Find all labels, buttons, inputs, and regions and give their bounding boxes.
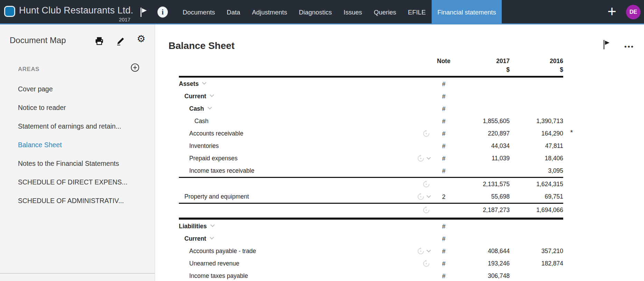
nav-tab-diagnostics[interactable]: Diagnostics — [293, 0, 338, 24]
note-reference[interactable]: # — [433, 118, 454, 125]
row-label: Cash — [194, 118, 209, 125]
section-collapse-chevron-icon[interactable] — [208, 105, 212, 109]
value-2016[interactable]: 357,210 — [511, 248, 563, 255]
table-row-unearned-revenue[interactable]: Unearned revenue#193,246182,874 — [179, 257, 563, 270]
table-row-current[interactable]: Current# — [179, 90, 563, 102]
value-2017[interactable]: 1,855,605 — [458, 118, 510, 125]
table-row-income-taxes-receivable[interactable]: Income taxes receivable#3,095 — [179, 164, 563, 177]
section-collapse-chevron-icon[interactable] — [210, 222, 215, 227]
value-2016[interactable]: 164,290 — [511, 130, 563, 137]
row-options-chevron-icon[interactable] — [426, 155, 431, 160]
sidebar-item-balance-sheet[interactable]: Balance Sheet — [18, 136, 148, 154]
table-row-current[interactable]: Current# — [179, 232, 563, 245]
note-reference[interactable]: # — [433, 130, 454, 138]
value-2017[interactable]: 55,698 — [458, 193, 510, 200]
table-row-property-and-equipment[interactable]: Property and equipment255,69869,751 — [179, 190, 563, 203]
add-area-icon[interactable] — [131, 63, 140, 72]
nav-tab-efile[interactable]: EFILE — [402, 0, 431, 24]
value-2016[interactable]: 1,624,315 — [511, 181, 563, 188]
refresh-history-icon[interactable] — [422, 260, 430, 268]
settings-gear-icon[interactable]: ⚙ — [137, 34, 146, 43]
table-row-prepaid-expenses[interactable]: Prepaid expenses#11,03918,406 — [179, 152, 563, 164]
refresh-history-icon[interactable] — [417, 193, 425, 201]
nav-tab-data[interactable]: Data — [221, 0, 246, 24]
sidebar-item-schedule-of-direct-expens[interactable]: SCHEDULE OF DIRECT EXPENS... — [18, 173, 148, 191]
info-icon[interactable]: i — [157, 7, 168, 18]
value-2016[interactable]: 1,390,713 — [511, 118, 563, 125]
note-reference[interactable]: # — [433, 143, 454, 150]
value-2016[interactable]: 182,874 — [511, 260, 563, 267]
sidebar-item-notes-to-the-financial-statements[interactable]: Notes to the Financial Statements — [18, 154, 148, 173]
refresh-history-icon[interactable] — [422, 180, 430, 188]
section-collapse-chevron-icon[interactable] — [210, 235, 214, 239]
value-2017[interactable]: 44,034 — [458, 142, 510, 150]
value-2017[interactable]: 408,644 — [458, 248, 510, 255]
table-row-accounts-payable-trade[interactable]: Accounts payable - trade#408,644357,210 — [179, 245, 563, 257]
value-2016[interactable]: 18,406 — [511, 155, 563, 162]
nav-tab-issues[interactable]: Issues — [338, 0, 368, 24]
note-reference[interactable]: # — [433, 223, 454, 230]
section-collapse-chevron-icon[interactable] — [210, 92, 214, 97]
app-logo[interactable] — [4, 6, 15, 17]
edit-pencil-icon[interactable] — [116, 36, 125, 45]
value-2017[interactable]: 2,187,273 — [458, 207, 510, 214]
currency-symbol-2017: $ — [458, 66, 510, 73]
sidebar-item-notice-to-reader[interactable]: Notice to reader — [18, 98, 148, 117]
refresh-history-icon[interactable] — [422, 206, 430, 214]
more-options-button[interactable]: ••• — [624, 43, 634, 50]
note-reference[interactable]: # — [433, 93, 454, 100]
nav-tab-documents[interactable]: Documents — [177, 0, 221, 24]
add-document-button[interactable]: + — [607, 3, 616, 20]
print-icon[interactable] — [95, 36, 104, 45]
value-2016[interactable]: 69,751 — [511, 193, 563, 200]
company-name[interactable]: Hunt Club Restaurants Ltd. — [19, 5, 133, 16]
row-options-chevron-icon[interactable] — [426, 193, 431, 198]
top-nav: DocumentsDataAdjustmentsDiagnosticsIssue… — [177, 0, 502, 24]
row-options-chevron-icon[interactable] — [426, 248, 431, 252]
table-row-total[interactable]: 2,187,2731,694,066 — [179, 204, 563, 216]
sidebar-item-statement-of-earnings-and-retain[interactable]: Statement of earnings and retain... — [18, 117, 148, 136]
note-reference[interactable]: # — [433, 81, 454, 88]
note-reference[interactable]: 2 — [433, 193, 454, 201]
refresh-history-icon[interactable] — [422, 130, 430, 138]
table-row-assets[interactable]: Assets# — [179, 78, 563, 90]
value-2016[interactable]: 3,095 — [511, 167, 563, 174]
annotation-asterisk[interactable]: * — [570, 129, 573, 137]
sidebar-item-cover-page[interactable]: Cover page — [18, 80, 148, 98]
section-collapse-chevron-icon[interactable] — [202, 80, 207, 84]
nav-tab-financial-statements[interactable]: Financial statements — [432, 0, 502, 24]
value-2017[interactable]: 193,246 — [458, 260, 510, 267]
note-reference[interactable]: # — [433, 235, 454, 243]
table-row-total[interactable]: 2,131,5751,624,315 — [179, 178, 563, 190]
table-row-accounts-receivable[interactable]: Accounts receivable#220,897164,290* — [179, 127, 563, 140]
flag-icon[interactable] — [140, 7, 148, 19]
value-2016[interactable]: 1,694,066 — [511, 207, 563, 214]
value-2017[interactable]: 11,039 — [458, 155, 510, 162]
note-reference[interactable]: # — [433, 260, 454, 268]
nav-tab-queries[interactable]: Queries — [368, 0, 402, 24]
note-reference[interactable]: # — [433, 155, 454, 162]
note-reference[interactable]: # — [433, 168, 454, 175]
note-reference[interactable]: # — [433, 106, 454, 113]
row-label: Assets — [179, 80, 206, 88]
row-icons — [408, 257, 430, 270]
document-flag-icon[interactable] — [603, 40, 612, 51]
table-row-inventories[interactable]: Inventories#44,03447,811 — [179, 140, 563, 152]
value-2017[interactable]: 220,897 — [458, 130, 510, 137]
note-reference[interactable]: # — [433, 248, 454, 255]
value-2016[interactable]: 47,811 — [511, 142, 563, 150]
value-2017[interactable]: 306,748 — [458, 272, 510, 280]
sidebar-item-schedule-of-administrativ[interactable]: SCHEDULE OF ADMINISTRATIV... — [18, 191, 148, 210]
value-2017[interactable]: 2,131,575 — [458, 181, 510, 188]
table-row-cash[interactable]: Cash#1,855,6051,390,713 — [179, 115, 563, 127]
nav-tab-adjustments[interactable]: Adjustments — [246, 0, 293, 24]
table-row-cash[interactable]: Cash# — [179, 102, 563, 115]
balance-sheet-table: Note 2017 2016 $ $ Assets#Current#Cash#C… — [179, 57, 563, 281]
refresh-history-icon[interactable] — [417, 154, 425, 162]
note-column-header: Note — [433, 58, 454, 65]
refresh-history-icon[interactable] — [417, 247, 425, 255]
table-row-income-taxes-payable[interactable]: Income taxes payable#306,748 — [179, 270, 563, 281]
table-row-liabilities[interactable]: Liabilities# — [179, 220, 563, 232]
note-reference[interactable]: # — [433, 273, 454, 280]
user-avatar[interactable]: DE — [626, 5, 641, 19]
